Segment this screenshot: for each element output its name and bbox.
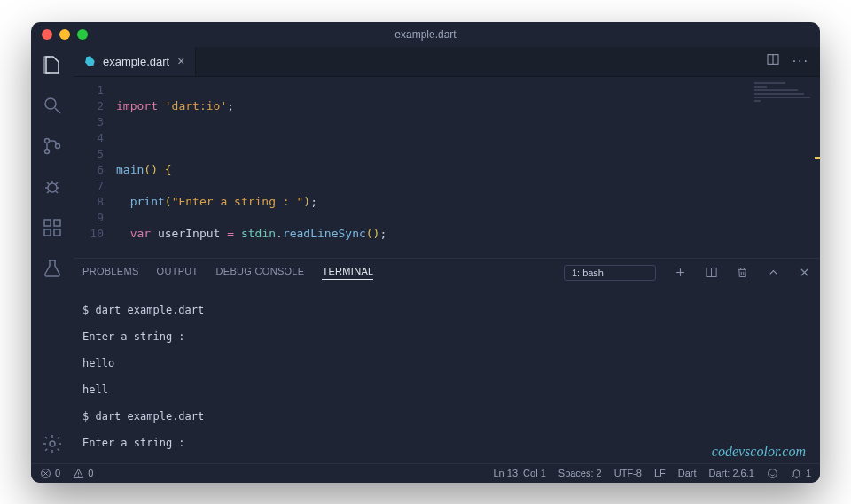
status-language[interactable]: Dart <box>678 468 697 478</box>
svg-line-1 <box>55 108 60 113</box>
debug-icon[interactable] <box>42 176 63 198</box>
close-tab-icon[interactable]: × <box>177 54 184 68</box>
main-area: example.dart × ··· 1 2 3 4 5 6 <box>74 47 820 463</box>
code-content[interactable]: import 'dart:io'; main() { print("Enter … <box>116 77 820 258</box>
maximize-panel-icon[interactable] <box>767 266 780 279</box>
status-notifications[interactable]: 1 <box>791 468 811 479</box>
svg-point-4 <box>56 143 60 148</box>
split-editor-icon[interactable] <box>766 52 780 70</box>
kill-terminal-icon[interactable] <box>736 266 749 279</box>
activity-bar <box>31 47 74 463</box>
source-control-icon[interactable] <box>42 136 63 157</box>
window-body: example.dart × ··· 1 2 3 4 5 6 <box>31 47 820 463</box>
status-cursor-position[interactable]: Ln 13, Col 1 <box>493 468 545 478</box>
dart-file-icon <box>84 55 97 67</box>
svg-point-0 <box>45 98 56 109</box>
maximize-window-button[interactable] <box>77 29 88 40</box>
minimize-window-button[interactable] <box>59 29 70 40</box>
svg-rect-8 <box>54 229 60 236</box>
close-window-button[interactable] <box>42 29 52 40</box>
svg-rect-9 <box>54 220 60 226</box>
terminal-selector[interactable]: 1: bash <box>564 265 656 281</box>
more-actions-icon[interactable]: ··· <box>792 53 809 69</box>
terminal-output[interactable]: $ dart example.dart Enter a string : hel… <box>74 287 820 463</box>
window-title: example.dart <box>31 28 820 41</box>
tab-debug-console[interactable]: DEBUG CONSOLE <box>216 266 305 279</box>
watermark: codevscolor.com <box>712 445 806 458</box>
search-icon[interactable] <box>42 95 63 116</box>
titlebar: example.dart <box>31 22 820 47</box>
status-eol[interactable]: LF <box>654 468 666 478</box>
settings-gear-icon[interactable] <box>42 433 63 454</box>
editor-tabs: example.dart × ··· <box>74 47 820 77</box>
status-warnings[interactable]: 0 <box>73 468 93 479</box>
svg-rect-6 <box>44 220 51 226</box>
svg-point-3 <box>45 149 50 153</box>
panel-tabs: PROBLEMS OUTPUT DEBUG CONSOLE TERMINAL 1… <box>74 259 820 287</box>
vscode-window: example.dart <box>31 22 820 483</box>
bottom-panel: PROBLEMS OUTPUT DEBUG CONSOLE TERMINAL 1… <box>74 258 820 463</box>
svg-rect-7 <box>44 229 51 236</box>
tab-label: example.dart <box>103 55 169 68</box>
close-panel-icon[interactable] <box>798 266 811 279</box>
svg-point-24 <box>769 469 777 477</box>
status-feedback-icon[interactable] <box>767 468 778 479</box>
svg-point-10 <box>50 441 55 446</box>
svg-point-23 <box>78 475 79 476</box>
extensions-icon[interactable] <box>42 217 63 238</box>
tab-actions: ··· <box>766 47 820 76</box>
tab-example-dart[interactable]: example.dart × <box>74 47 196 76</box>
code-editor[interactable]: 1 2 3 4 5 6 7 8 9 10 import 'dart:io'; m… <box>74 77 820 258</box>
svg-point-2 <box>45 138 50 143</box>
beaker-icon[interactable] <box>42 258 63 279</box>
status-indentation[interactable]: Spaces: 2 <box>558 468 602 478</box>
overview-ruler <box>815 77 820 258</box>
status-bar: 0 0 Ln 13, Col 1 Spaces: 2 UTF-8 LF Dart… <box>31 463 820 483</box>
tab-output[interactable]: OUTPUT <box>157 266 199 279</box>
traffic-lights <box>42 29 88 40</box>
terminal-selector-label: 1: bash <box>572 268 604 278</box>
status-errors[interactable]: 0 <box>40 468 60 479</box>
tab-problems[interactable]: PROBLEMS <box>82 266 139 279</box>
split-terminal-icon[interactable] <box>705 266 718 279</box>
minimap[interactable] <box>754 81 816 107</box>
new-terminal-icon[interactable] <box>674 266 687 279</box>
line-gutter: 1 2 3 4 5 6 7 8 9 10 <box>74 77 116 258</box>
explorer-icon[interactable] <box>42 54 63 75</box>
status-encoding[interactable]: UTF-8 <box>614 468 642 478</box>
tab-terminal[interactable]: TERMINAL <box>322 266 373 280</box>
svg-point-5 <box>48 183 57 192</box>
status-dart-version[interactable]: Dart: 2.6.1 <box>709 468 754 478</box>
